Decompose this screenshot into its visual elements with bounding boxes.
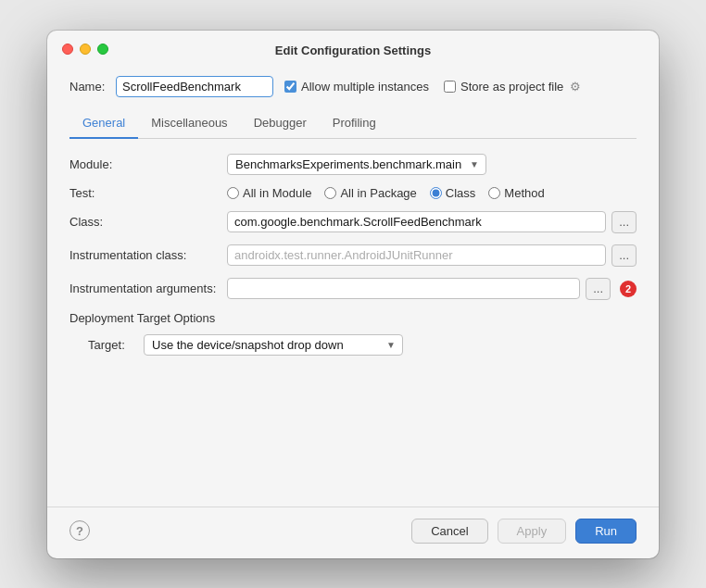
dialog-title: Edit Configuration Settings <box>275 44 431 57</box>
gear-icon: ⚙ <box>570 80 581 94</box>
module-select-wrapper: BenchmarksExperiments.benchmark.main ▼ <box>227 154 486 175</box>
radio-all-in-package-input[interactable] <box>324 187 336 199</box>
radio-all-in-package[interactable]: All in Package <box>324 186 416 200</box>
target-row: Target: Use the device/snapshot drop dow… <box>69 334 637 356</box>
test-radio-group: All in Module All in Package Class Metho… <box>227 186 545 200</box>
instrumentation-class-ellipsis-button[interactable]: ... <box>611 244 637 267</box>
name-row: Name: Allow multiple instances Store as … <box>69 76 637 97</box>
module-label: Module: <box>69 157 227 171</box>
class-row: Class: ... <box>69 211 637 233</box>
radio-method-label: Method <box>504 186 544 200</box>
close-button[interactable] <box>62 44 73 55</box>
radio-all-in-module-input[interactable] <box>227 187 239 199</box>
class-label: Class: <box>69 215 227 229</box>
tab-profiling[interactable]: Profiling <box>320 110 389 139</box>
checkbox-group: Allow multiple instances Store as projec… <box>284 80 581 94</box>
radio-class-input[interactable] <box>430 187 442 199</box>
test-row: Test: All in Module All in Package Class… <box>69 186 637 200</box>
instrumentation-args-input-group: ... 2 <box>227 278 637 300</box>
instrumentation-args-row: Instrumentation arguments: ... 2 <box>69 278 637 300</box>
class-ellipsis-button[interactable]: ... <box>611 211 637 233</box>
edit-configuration-dialog: Edit Configuration Settings Name: Allow … <box>47 31 659 558</box>
target-select[interactable]: Use the device/snapshot drop down <box>144 334 403 356</box>
deployment-section-header: Deployment Target Options <box>69 311 637 325</box>
test-label: Test: <box>69 186 227 200</box>
instrumentation-args-label: Instrumentation arguments: <box>69 281 227 295</box>
radio-all-in-package-label: All in Package <box>340 186 416 200</box>
module-select[interactable]: BenchmarksExperiments.benchmark.main <box>227 154 486 175</box>
allow-multiple-checkbox[interactable] <box>284 81 296 93</box>
radio-class[interactable]: Class <box>430 186 476 200</box>
module-row: Module: BenchmarksExperiments.benchmark.… <box>69 154 637 175</box>
instrumentation-class-input-group: ... <box>227 244 637 267</box>
store-as-project-checkbox-label[interactable]: Store as project file ⚙ <box>444 80 581 94</box>
apply-button[interactable]: Apply <box>498 519 567 544</box>
target-label: Target: <box>88 338 144 352</box>
instrumentation-class-label: Instrumentation class: <box>69 248 227 262</box>
instrumentation-class-input[interactable] <box>227 244 606 266</box>
help-button[interactable]: ? <box>69 520 90 541</box>
store-as-project-checkbox[interactable] <box>444 81 456 93</box>
footer-buttons: Cancel Apply Run <box>411 519 637 544</box>
dialog-footer: ? Cancel Apply Run <box>47 507 659 558</box>
instrumentation-args-ellipsis-button[interactable]: ... <box>586 278 611 300</box>
radio-method[interactable]: Method <box>488 186 544 200</box>
tab-debugger[interactable]: Debugger <box>241 110 320 139</box>
name-input[interactable] <box>116 76 273 97</box>
minimize-button[interactable] <box>80 44 91 55</box>
dialog-content: Name: Allow multiple instances Store as … <box>47 67 659 507</box>
radio-all-in-module[interactable]: All in Module <box>227 186 311 200</box>
instrumentation-args-input[interactable] <box>227 278 580 299</box>
store-as-project-label: Store as project file <box>460 80 563 94</box>
radio-all-in-module-label: All in Module <box>243 186 311 200</box>
run-button[interactable]: Run <box>575 519 637 544</box>
name-label: Name: <box>69 80 108 94</box>
title-bar: Edit Configuration Settings <box>47 31 659 67</box>
instrumentation-class-row: Instrumentation class: ... <box>69 244 637 267</box>
target-select-wrapper: Use the device/snapshot drop down ▼ <box>144 334 403 356</box>
maximize-button[interactable] <box>97 44 108 55</box>
traffic-lights <box>62 44 108 55</box>
tabs-bar: General Miscellaneous Debugger Profiling <box>69 110 637 139</box>
instrumentation-args-badge: 2 <box>620 281 637 297</box>
allow-multiple-checkbox-label[interactable]: Allow multiple instances <box>284 80 429 94</box>
tab-general[interactable]: General <box>69 110 138 139</box>
radio-class-label: Class <box>446 186 476 200</box>
class-input-group: ... <box>227 211 637 233</box>
class-input[interactable] <box>227 211 606 232</box>
cancel-button[interactable]: Cancel <box>411 519 487 544</box>
tab-miscellaneous[interactable]: Miscellaneous <box>138 110 240 139</box>
radio-method-input[interactable] <box>488 187 500 199</box>
allow-multiple-label: Allow multiple instances <box>301 80 429 94</box>
